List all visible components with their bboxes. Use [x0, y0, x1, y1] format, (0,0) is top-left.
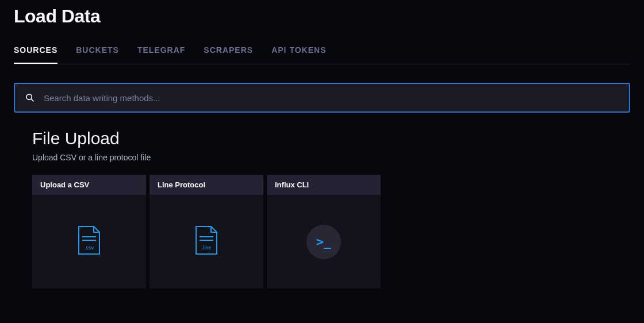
svg-text:.line: .line — [202, 245, 212, 251]
search-icon — [25, 93, 34, 102]
line-file-icon: .line — [194, 225, 219, 259]
section-subtitle: Upload CSV or a line protocol file — [32, 153, 610, 162]
card-header: Upload a CSV — [32, 175, 146, 195]
csv-file-icon: .csv — [76, 225, 102, 259]
card-body: >_ — [267, 195, 381, 289]
card-upload-csv[interactable]: Upload a CSV .csv — [32, 175, 146, 289]
card-body: .line — [150, 195, 263, 289]
card-header: Line Protocol — [150, 175, 263, 195]
content-scroll[interactable]: File Upload Upload CSV or a line protoco… — [14, 115, 630, 305]
svg-line-1 — [31, 99, 33, 101]
cards-row: Upload a CSV .csv — [32, 175, 610, 289]
tabs-nav: SOURCES BUCKETS TELEGRAF SCRAPERS API TO… — [14, 45, 630, 64]
tab-sources[interactable]: SOURCES — [14, 45, 57, 64]
tab-scrapers[interactable]: SCRAPERS — [204, 45, 253, 64]
search-input[interactable] — [34, 93, 619, 103]
card-influx-cli[interactable]: Influx CLI >_ — [267, 175, 381, 289]
cli-icon: >_ — [306, 225, 341, 259]
cli-prompt-text: >_ — [316, 234, 332, 249]
tab-buckets[interactable]: BUCKETS — [76, 45, 119, 64]
card-line-protocol[interactable]: Line Protocol .line — [150, 175, 263, 289]
file-upload-section: File Upload Upload CSV or a line protoco… — [14, 115, 628, 289]
card-body: .csv — [32, 195, 146, 289]
page-title: Load Data — [14, 0, 630, 45]
tab-telegraf[interactable]: TELEGRAF — [137, 45, 185, 64]
card-header: Influx CLI — [267, 175, 381, 195]
svg-text:.csv: .csv — [85, 245, 94, 251]
section-title: File Upload — [32, 129, 610, 148]
search-container[interactable] — [14, 83, 630, 113]
tab-api-tokens[interactable]: API TOKENS — [271, 45, 326, 64]
